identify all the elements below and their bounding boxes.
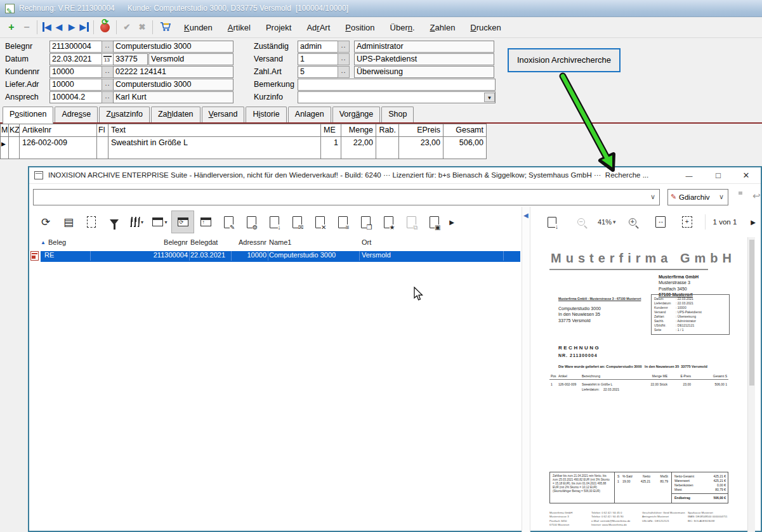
col-kz[interactable]: KZ (9, 124, 20, 137)
bemerkung-field[interactable] (298, 79, 496, 91)
close-icon[interactable]: ✕ (735, 169, 757, 183)
cell-menge[interactable]: 22,00 (341, 137, 376, 159)
cart-icon[interactable] (159, 20, 171, 35)
more-tools-icon[interactable]: ▶ (445, 211, 458, 233)
profile-dropdown-icon[interactable]: ∨ (719, 193, 724, 201)
document-settings-icon[interactable]: ⚙ (240, 211, 263, 233)
tab-adresse[interactable]: Adresse (55, 107, 98, 122)
maximize-icon[interactable]: □ (707, 169, 729, 183)
tab-versand[interactable]: Versand (202, 107, 245, 122)
menu-zahlen[interactable]: Zahlen (423, 20, 463, 35)
ansprech-lookup-button[interactable]: .. (102, 91, 114, 103)
lieferadr-field[interactable]: 10000 (49, 79, 102, 91)
col-ort[interactable]: Ort (362, 238, 371, 246)
fit-page-icon[interactable]: + (676, 211, 699, 233)
previous-record-icon[interactable]: ◀ (53, 20, 65, 35)
col-text[interactable]: Text (108, 124, 321, 137)
pane-splitter[interactable] (522, 207, 530, 532)
delete-document-icon[interactable]: ✕ (308, 211, 331, 233)
favorite-document-icon[interactable]: ★ (377, 211, 400, 233)
tab-shop[interactable]: Shop (381, 107, 414, 122)
confirm-icon[interactable]: ✔ (119, 20, 135, 35)
kurzinfo-field[interactable] (298, 91, 496, 103)
kundennr-field[interactable]: 10000 (49, 66, 102, 78)
menu-kunden[interactable]: Kunden (176, 20, 220, 35)
col-name1[interactable]: Name1 (269, 238, 291, 246)
tab-anlagen[interactable]: Anlagen (288, 107, 331, 122)
zoom-caret-icon[interactable]: ▾ (613, 219, 616, 225)
cell-rab[interactable] (376, 137, 399, 159)
refresh-record-icon[interactable]: ⟳ (100, 23, 110, 32)
zustaendig-lookup-button[interactable]: .. (338, 41, 350, 53)
cell-gesamt[interactable]: 506,00 (443, 137, 487, 159)
next-record-icon[interactable]: ▶ (65, 20, 78, 35)
zahlart-field[interactable]: 5 (298, 66, 338, 78)
refresh-icon[interactable]: ⟳ (34, 211, 57, 233)
cell-me[interactable]: 1 (321, 137, 341, 159)
lieferadr-lookup-button[interactable]: .. (102, 79, 114, 91)
belegnr-lookup-button[interactable]: .. (102, 41, 114, 53)
next-page-icon[interactable]: ▶ (751, 219, 756, 226)
minimize-icon[interactable]: — (678, 169, 700, 183)
kurzinfo-dropdown-icon[interactable]: ▼ (484, 93, 495, 102)
menu-position[interactable]: Position (338, 20, 382, 35)
selection-icon[interactable] (80, 211, 103, 233)
export-window-icon[interactable]: ↑ (194, 211, 217, 233)
annotate-document-icon[interactable]: ✉ (286, 211, 308, 233)
download-document-icon[interactable]: ↓ (263, 211, 286, 233)
col-beleg[interactable]: Beleg (48, 238, 66, 246)
menu-drucken[interactable]: Drucken (463, 20, 508, 35)
preview-scrollbar[interactable] (747, 237, 755, 532)
filter-icon[interactable] (103, 211, 126, 233)
col-adressnr[interactable]: Adressnr (232, 238, 266, 246)
col-fl[interactable]: Fl (97, 124, 108, 137)
layout-icon[interactable]: ▾ (148, 211, 171, 233)
inoxision-archivrecherche-button[interactable]: Inoxision Archivrecherche (508, 48, 621, 72)
calendar-icon[interactable]: 13 (102, 53, 114, 65)
col-belegnr[interactable]: Belegnr (91, 238, 188, 246)
cell-epreis[interactable]: 23,00 (399, 137, 443, 159)
tab-positionen[interactable]: Positionen (3, 107, 53, 124)
col-m[interactable]: M (1, 124, 9, 137)
datum-field[interactable]: 22.03.2021 (49, 53, 102, 65)
result-row[interactable]: RE 211300004 22.03.2021 10000 Computerst… (30, 250, 522, 261)
cell-artikelnr[interactable]: 126-002-009 (20, 137, 97, 159)
versand-field[interactable]: 1 (298, 53, 338, 65)
last-record-icon[interactable]: ▶ (78, 20, 91, 35)
position-row[interactable]: ▶ 126-002-009 Sweatshirt in Größe L 1 22… (1, 137, 487, 159)
col-rab[interactable]: Rab. (376, 124, 399, 137)
col-me[interactable]: ME (321, 124, 341, 137)
search-dropdown-icon[interactable]: ∨ (650, 193, 655, 201)
zahlart-lookup-button[interactable]: .. (338, 66, 350, 78)
edit-document-icon[interactable]: ✎ (217, 211, 240, 233)
archive-document-icon[interactable]: ▣ (423, 211, 445, 233)
zoom-out-icon[interactable]: − (570, 211, 593, 233)
ansprech-field[interactable]: 100004.2 (49, 91, 102, 103)
copy-documents-icon[interactable]: ⧉ (400, 211, 423, 233)
back-icon[interactable]: ↩ (752, 190, 761, 202)
add-record-icon[interactable]: + (4, 20, 19, 35)
tab-vorgaenge[interactable]: Vorgänge (332, 107, 381, 122)
print-document-icon[interactable]: ≡ (331, 211, 354, 233)
menu-uebern[interactable]: Übern. (383, 20, 423, 35)
search-input[interactable]: ∨ (33, 189, 660, 205)
col-belegdat[interactable]: Belegdat (190, 238, 218, 246)
belegnr-field[interactable]: 211300004 (49, 41, 102, 53)
profile-select[interactable]: ✎ Gdiarchiv ∨ (667, 189, 728, 205)
menu-artikel[interactable]: Artikel (220, 20, 258, 35)
col-menge[interactable]: Menge (341, 124, 376, 137)
menu-projekt[interactable]: Projekt (258, 20, 299, 35)
versand-lookup-button[interactable]: .. (338, 53, 350, 65)
col-gesamt[interactable]: Gesamt (443, 124, 487, 137)
zoom-in-icon[interactable]: + (621, 211, 644, 233)
zoom-level[interactable]: 41% (598, 218, 612, 226)
first-record-icon[interactable]: ◀ (40, 20, 53, 35)
zustaendig-field[interactable]: admin (298, 41, 338, 53)
collapse-pane-icon[interactable]: ◀ (523, 212, 529, 219)
tab-zusatzinfo[interactable]: Zusatzinfo (99, 107, 150, 122)
preview-panel-icon[interactable]: ⟳ (171, 211, 194, 233)
save-page-icon[interactable]: ↓ (541, 211, 563, 233)
col-artikelnr[interactable]: Artikelnr (20, 124, 97, 137)
open-document-icon[interactable]: ❐ (354, 211, 377, 233)
kundennr-lookup-button[interactable]: .. (102, 66, 114, 78)
